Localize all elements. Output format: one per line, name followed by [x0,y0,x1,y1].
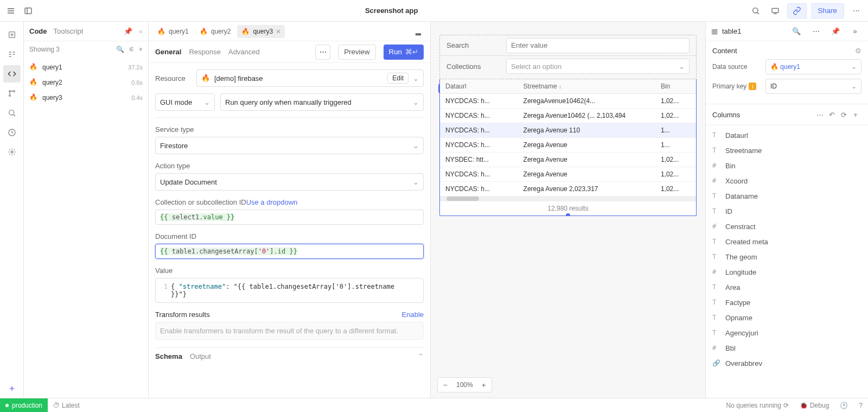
column-item[interactable]: #Longitude [706,264,868,280]
more-icon[interactable]: ⋯ [848,3,864,18]
code-filter-icon[interactable]: ⚟ [129,46,135,53]
code-add-icon[interactable]: + [139,46,143,53]
editor-tab[interactable]: 🔥query1 [153,26,193,37]
query-item[interactable]: 🔥query137.2s [24,60,148,75]
rail-history-icon[interactable] [3,124,21,141]
gui-mode-select[interactable]: GUI mode⌄ [155,93,215,111]
panel-toggle-icon[interactable] [22,4,35,17]
subtab-advanced[interactable]: Advanced [228,48,260,56]
columns-refresh-icon[interactable]: ⟳ [838,109,850,121]
menu-icon[interactable] [4,4,17,17]
col-header-bin[interactable]: Bin [655,79,696,94]
zoom-out-button[interactable]: − [438,377,453,392]
col-header-dataurl[interactable]: Dataurl [440,79,518,94]
column-item[interactable]: TID [706,204,868,219]
tab-schema[interactable]: Schema [155,352,182,360]
columns-restore-icon[interactable]: ↶ [826,109,838,121]
preview-icon[interactable] [768,3,783,18]
column-item[interactable]: TArea [706,280,868,295]
column-item[interactable]: #Xcoord [706,173,868,188]
debug-button[interactable]: 🐞 Debug [794,402,834,409]
inspector-search-icon[interactable]: 🔍 [789,24,804,39]
columns-add-icon[interactable]: + [850,109,861,121]
latest-button[interactable]: ⏱ Latest [48,402,85,409]
rail-tree-icon[interactable] [3,46,21,63]
action-type-select[interactable]: Update Document⌄ [155,173,424,191]
rail-sparkle-icon[interactable] [3,381,21,398]
query-item[interactable]: 🔥query30.4s [24,90,148,105]
inspector-collapse-icon[interactable]: » [847,24,863,39]
resource-select[interactable]: 🔥 [demo] firebase Edit ⌄ [196,69,424,87]
collections-select[interactable]: Select an option⌄ [506,59,690,74]
column-item[interactable]: TDataname [706,188,868,204]
table-row[interactable]: NYCDCAS: h...Zerega Avenue1... [440,138,696,153]
rail-branch-icon[interactable] [3,85,21,102]
rail-settings-icon[interactable] [3,143,21,161]
columns-more-icon[interactable]: ⋯ [814,109,826,121]
table-row[interactable]: NYCDCAS: h...Zerega Avenue1,02... [440,167,696,182]
primary-key-select[interactable]: ID⌄ [765,79,861,94]
resource-edit-button[interactable]: Edit [387,73,409,84]
table-row[interactable]: NYCDCAS: h...Zerega Avenue 2,023,3171,02… [440,182,696,197]
search-icon[interactable] [748,3,763,18]
column-item[interactable]: #Bbl [706,340,868,356]
column-item[interactable]: TOpname [706,310,868,325]
rail-add-icon[interactable] [3,26,21,43]
share-button[interactable]: Share [811,3,844,18]
run-mode-select[interactable]: Run query only when manually triggered⌄ [220,93,424,111]
table-row[interactable]: NYCDCAS: h...ZeregaAvenue10462(4...1,02.… [440,94,696,109]
column-item[interactable]: TDataurl [706,128,868,143]
tab-output[interactable]: Output [190,352,211,360]
data-source-select[interactable]: 🔥 query1⌄ [765,59,861,74]
table-row[interactable]: NYSDEC: htt...Zerega Avenue1,02... [440,153,696,167]
document-id-input[interactable]: {{ table1.changesetArray['0'].id }} [155,244,424,259]
column-item[interactable]: TFactype [706,295,868,310]
inspector-title[interactable]: table1 [722,27,784,35]
preview-button[interactable]: Preview [338,45,375,60]
filter-icon[interactable]: ⚙ [855,47,861,55]
link-icon[interactable] [787,3,807,18]
table-row[interactable]: NYCDCAS: h...Zerega Avenue10462 (... 2,1… [440,109,696,123]
code-search-icon[interactable]: 🔍 [116,46,124,53]
query-item[interactable]: 🔥query20.6s [24,75,148,90]
help-icon[interactable]: ? [853,402,868,409]
column-item[interactable]: TStreetname [706,143,868,158]
close-icon[interactable]: × [276,27,280,36]
table1-component[interactable]: Dataurl Streetname ↓ Bin NYCDCAS: h...Ze… [439,79,697,216]
table-row[interactable]: NYCDCAS: h...Zerega Avenue 1101... [440,123,696,138]
use-dropdown-link[interactable]: Use a dropdown [246,198,298,206]
rail-search-icon[interactable] [3,104,21,122]
tab-toolscript[interactable]: Toolscript [54,27,84,35]
search-input[interactable] [506,38,690,53]
column-item[interactable]: TAgencyjuri [706,325,868,340]
inspector-more-icon[interactable]: ⋯ [808,24,824,39]
collection-id-input[interactable]: {{ select1.value }} [155,210,424,225]
horizontal-scrollbar[interactable] [440,197,696,201]
enable-link[interactable]: Enable [402,310,424,319]
column-item[interactable]: TThe geom [706,249,868,264]
rail-code-icon[interactable] [3,65,21,83]
editor-more-icon[interactable]: ⋯ [315,45,330,60]
run-button[interactable]: Run⌘↵ [384,45,424,60]
column-item[interactable]: 🔗Overabbrev [706,356,868,371]
value-input[interactable]: 1 { "streetname": "{{ table1.changesetAr… [155,278,424,303]
column-item[interactable]: #Bin [706,158,868,173]
inspector-pin-icon[interactable]: 📌 [828,24,843,39]
expand-icon[interactable]: ⌃ [418,352,424,360]
service-type-select[interactable]: Firestore⌄ [155,137,424,154]
tab-code[interactable]: Code [29,27,47,35]
collapse-icon[interactable]: « [139,27,143,35]
editor-tab[interactable]: 🔥query3× [237,25,285,38]
col-header-streetname[interactable]: Streetname ↓ [518,79,655,94]
zoom-in-button[interactable]: + [476,377,492,392]
column-item[interactable]: TCreated meta [706,234,868,249]
minimize-icon[interactable]: ▂ [411,24,426,39]
subtab-response[interactable]: Response [189,48,221,56]
env-pill[interactable]: production [0,398,48,413]
pin-icon[interactable]: 📌 [124,27,132,35]
editor-tab[interactable]: 🔥query2 [195,26,235,37]
canvas[interactable]: Search Collections Select an option⌄ ⠿ta… [431,22,705,398]
column-item[interactable]: #Censtract [706,219,868,234]
resize-handle[interactable] [566,213,570,216]
subtab-general[interactable]: General [155,48,181,56]
